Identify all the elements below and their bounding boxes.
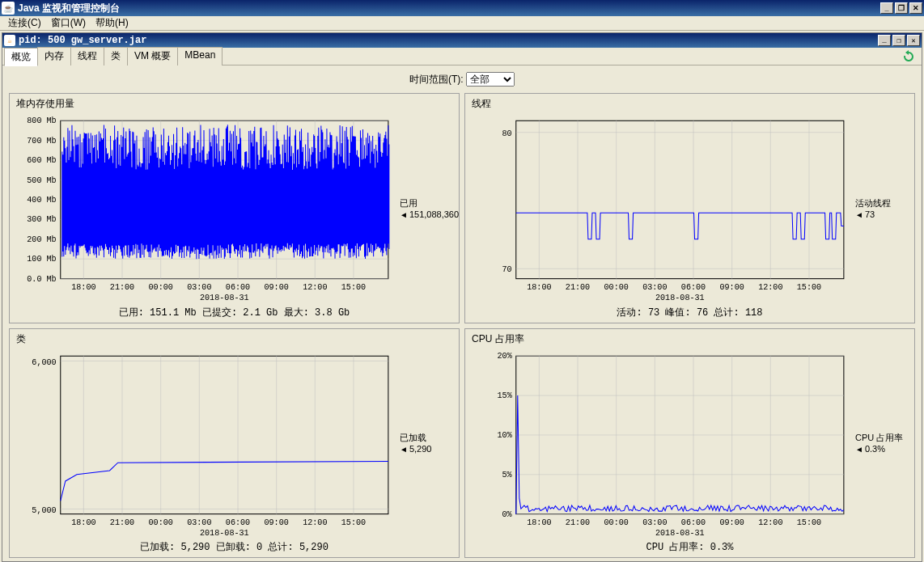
- svg-text:15:00: 15:00: [797, 283, 821, 292]
- svg-text:06:00: 06:00: [681, 518, 706, 526]
- svg-text:300 Mb: 300 Mb: [27, 215, 56, 224]
- svg-text:2018-08-31: 2018-08-31: [655, 294, 705, 302]
- svg-text:2018-08-31: 2018-08-31: [200, 529, 249, 538]
- svg-text:21:00: 21:00: [110, 518, 134, 526]
- tab-threads[interactable]: 线程: [70, 47, 104, 65]
- svg-text:12:00: 12:00: [303, 283, 327, 292]
- svg-text:06:00: 06:00: [226, 518, 250, 526]
- svg-text:18:00: 18:00: [527, 283, 551, 292]
- svg-text:70: 70: [502, 265, 512, 274]
- chart-heap-bottom: 已用: 151.1 Mb 已提交: 2.1 Gb 最大: 3.8 Gb: [11, 304, 457, 321]
- svg-text:600 Mb: 600 Mb: [27, 156, 56, 165]
- svg-text:15:00: 15:00: [341, 518, 366, 526]
- menubar: 连接(C) 窗口(W) 帮助(H): [0, 16, 924, 31]
- svg-text:500 Mb: 500 Mb: [27, 176, 56, 185]
- menu-help[interactable]: 帮助(H): [91, 16, 134, 30]
- svg-text:0.0 Mb: 0.0 Mb: [27, 275, 56, 284]
- svg-text:12:00: 12:00: [758, 518, 782, 526]
- chart-heap-plot[interactable]: 0.0 Mb100 Mb200 Mb300 Mb400 Mb500 Mb600 …: [11, 112, 396, 304]
- svg-rect-58: [61, 356, 388, 513]
- svg-text:15%: 15%: [497, 391, 512, 400]
- svg-text:18:00: 18:00: [71, 283, 95, 292]
- chart-cpu: CPU 占用率 0%5%10%15%20% 18:0021:0000:0003:…: [464, 328, 915, 559]
- inner-close-button[interactable]: ✕: [907, 35, 920, 46]
- chart-threads-side: 活动线程 ◄73: [852, 112, 913, 304]
- chart-classes-side: 已加载 ◄5,290: [396, 348, 457, 539]
- svg-text:00:00: 00:00: [149, 518, 173, 526]
- svg-text:200 Mb: 200 Mb: [27, 235, 56, 244]
- chart-classes: 类 6,000 5,000 18:0021:0000:0003:0006:000…: [9, 328, 460, 559]
- tab-classes[interactable]: 类: [104, 47, 128, 65]
- time-range-label: 时间范围(T):: [409, 74, 464, 85]
- charts-grid: 堆内存使用量 0.0 Mb100 Mb200 Mb300 Mb400 Mb500…: [9, 93, 915, 558]
- svg-text:00:00: 00:00: [149, 283, 173, 292]
- chart-heap-title: 堆内存使用量: [11, 95, 457, 112]
- java-icon: ☕: [2, 2, 15, 15]
- svg-text:21:00: 21:00: [566, 518, 590, 526]
- content-area: 时间范围(T): 全部 堆内存使用量 0.0 Mb100 Mb200 Mb300…: [2, 65, 922, 561]
- svg-text:03:00: 03:00: [642, 518, 667, 526]
- svg-text:2018-08-31: 2018-08-31: [200, 294, 249, 302]
- menu-window[interactable]: 窗口(W): [46, 16, 91, 30]
- svg-text:18:00: 18:00: [527, 518, 551, 526]
- window-title: Java 监视和管理控制台: [18, 2, 880, 15]
- minimize-button[interactable]: _: [880, 2, 893, 14]
- menu-connect[interactable]: 连接(C): [3, 16, 46, 30]
- svg-text:100 Mb: 100 Mb: [27, 255, 56, 264]
- chart-cpu-side: CPU 占用率 ◄0.3%: [852, 348, 913, 539]
- svg-text:18:00: 18:00: [71, 518, 95, 526]
- inner-maximize-button[interactable]: ❐: [892, 35, 905, 46]
- svg-text:09:00: 09:00: [719, 283, 744, 292]
- svg-text:12:00: 12:00: [303, 518, 327, 526]
- svg-text:03:00: 03:00: [642, 283, 667, 292]
- chart-cpu-title: CPU 占用率: [467, 331, 913, 348]
- chart-cpu-bottom: CPU 占用率: 0.3%: [467, 539, 913, 556]
- svg-text:800 Mb: 800 Mb: [27, 116, 56, 125]
- chart-threads: 线程 80 70 18:0021:0000:0003:0006:0009:001…: [464, 93, 915, 323]
- tab-overview[interactable]: 概览: [4, 48, 38, 66]
- inner-titlebar: ☕ pid: 500 gw_server.jar _ ❐ ✕: [2, 33, 922, 48]
- svg-text:15:00: 15:00: [797, 518, 821, 526]
- time-range-row: 时间范围(T): 全部: [9, 69, 915, 93]
- svg-text:5%: 5%: [502, 470, 513, 479]
- java-icon: ☕: [4, 35, 15, 46]
- window-titlebar: ☕ Java 监视和管理控制台 _ ❐ ✕: [0, 0, 924, 16]
- svg-text:80: 80: [502, 129, 512, 138]
- chart-heap-side: 已用 ◄151,088,360: [396, 112, 457, 304]
- svg-text:06:00: 06:00: [226, 283, 250, 292]
- svg-text:21:00: 21:00: [110, 283, 134, 292]
- svg-text:6,000: 6,000: [32, 357, 56, 366]
- svg-text:0%: 0%: [502, 509, 513, 518]
- time-range-select[interactable]: 全部: [466, 72, 515, 87]
- svg-text:00:00: 00:00: [604, 283, 629, 292]
- svg-text:2018-08-31: 2018-08-31: [655, 529, 705, 538]
- tab-memory[interactable]: 内存: [37, 47, 71, 65]
- refresh-icon[interactable]: [902, 50, 915, 63]
- svg-text:20%: 20%: [497, 352, 512, 361]
- svg-text:06:00: 06:00: [681, 283, 706, 292]
- svg-rect-36: [516, 120, 844, 278]
- chart-cpu-plot[interactable]: 0%5%10%15%20% 18:0021:0000:0003:0006:000…: [467, 348, 852, 539]
- chart-threads-plot[interactable]: 80 70 18:0021:0000:0003:0006:0009:0012:0…: [467, 112, 852, 304]
- chart-threads-bottom: 活动: 73 峰值: 76 总计: 118: [467, 304, 913, 321]
- svg-text:5,000: 5,000: [32, 505, 56, 514]
- inner-minimize-button[interactable]: _: [878, 35, 891, 46]
- chart-classes-title: 类: [11, 331, 457, 348]
- chart-threads-title: 线程: [467, 95, 913, 112]
- svg-text:09:00: 09:00: [264, 518, 288, 526]
- svg-text:10%: 10%: [497, 430, 512, 439]
- svg-text:03:00: 03:00: [187, 518, 211, 526]
- svg-text:00:00: 00:00: [604, 518, 629, 526]
- svg-text:15:00: 15:00: [341, 283, 366, 292]
- close-button[interactable]: ✕: [909, 2, 922, 14]
- svg-text:03:00: 03:00: [187, 283, 211, 292]
- tab-vm-summary[interactable]: VM 概要: [127, 47, 178, 65]
- svg-text:400 Mb: 400 Mb: [27, 196, 56, 205]
- maximize-button[interactable]: ❐: [895, 2, 908, 14]
- svg-text:21:00: 21:00: [566, 283, 590, 292]
- chart-classes-plot[interactable]: 6,000 5,000 18:0021:0000:0003:0006:0009:…: [11, 348, 396, 539]
- svg-text:09:00: 09:00: [719, 518, 744, 526]
- inner-window: ☕ pid: 500 gw_server.jar _ ❐ ✕ 概览 内存 线程 …: [2, 32, 922, 562]
- svg-text:700 Mb: 700 Mb: [27, 137, 56, 146]
- tab-mbean[interactable]: MBean: [177, 47, 223, 65]
